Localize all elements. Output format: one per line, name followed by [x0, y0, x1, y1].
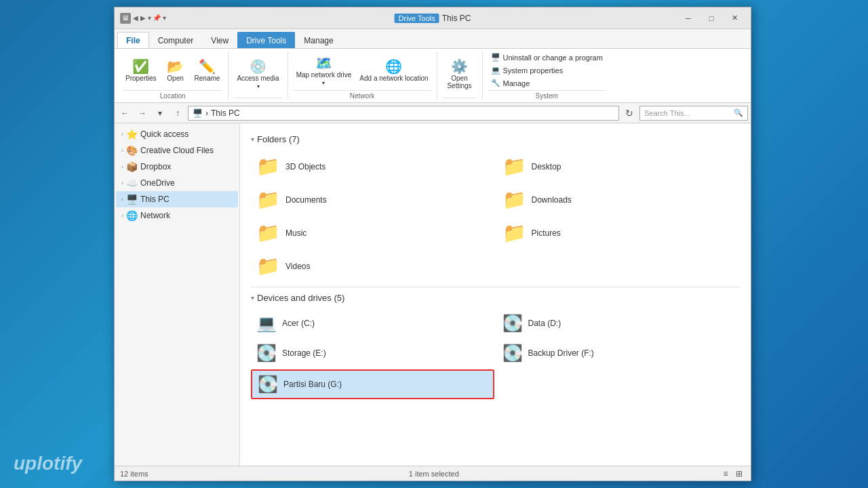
map-network-drive-button[interactable]: 🗺️ Map network drive ▾	[294, 55, 355, 87]
search-icon: 🔍	[734, 108, 743, 117]
settings-group-label	[443, 98, 477, 100]
back-button[interactable]: ←	[117, 106, 132, 121]
properties-label: Properties	[125, 75, 157, 82]
rename-button[interactable]: ✏️ Rename	[192, 58, 223, 83]
folder-pictures-label: Pictures	[532, 228, 561, 238]
selection-info: 1 item selected	[409, 470, 459, 478]
chevron-right-icon-2: ›	[121, 147, 123, 154]
manage-icon: 🔧	[491, 79, 500, 87]
address-path[interactable]: 🖥️ › This PC	[188, 106, 619, 121]
folder-pictures[interactable]: 📁 Pictures	[497, 218, 741, 248]
drive-backup-label: Backup Driver (F:)	[528, 348, 594, 358]
access-media-dropdown-icon: ▾	[257, 83, 260, 89]
folders-section-header[interactable]: ▾ Folders (7)	[251, 134, 740, 144]
folder-3d-icon: 📁	[256, 155, 280, 178]
open-settings-button[interactable]: ⚙️ Open Settings	[443, 58, 477, 91]
tab-file[interactable]: File	[117, 32, 149, 48]
sidebar-item-onedrive[interactable]: › ☁️ OneDrive	[116, 175, 238, 191]
folder-documents-label: Documents	[285, 195, 327, 205]
this-pc-icon: 🖥️	[126, 194, 138, 205]
sidebar-item-quick-access[interactable]: › ⭐ Quick access	[116, 126, 238, 142]
path-text: This PC	[211, 108, 240, 118]
network-label: Network	[140, 211, 170, 220]
access-media-label: Access media	[237, 75, 279, 82]
tab-manage[interactable]: Manage	[295, 32, 342, 48]
tab-computer[interactable]: Computer	[149, 32, 203, 48]
sidebar: › ⭐ Quick access › 🎨 Creative Cloud File…	[115, 123, 240, 466]
folder-desktop[interactable]: 📁 Desktop	[497, 151, 741, 182]
search-placeholder-text: Search This...	[644, 109, 690, 117]
ribbon-group-location: ✅ Properties 📂 Open ✏️ Rename Location	[117, 52, 229, 100]
up-button[interactable]: ↑	[170, 106, 185, 121]
folder-music-icon: 📁	[256, 222, 280, 244]
access-media-icon: 💿	[250, 60, 267, 73]
access-media-group-label	[234, 98, 281, 100]
drive-backup-f[interactable]: 💽 Backup Driver (F:)	[497, 340, 741, 367]
folder-videos-label: Videos	[285, 262, 310, 271]
manage-button[interactable]: 🔧 Manage	[488, 77, 533, 89]
network-items: 🗺️ Map network drive ▾ 🌐 Add a network l…	[294, 52, 431, 90]
add-network-location-button[interactable]: 🌐 Add a network location	[357, 58, 431, 83]
quick-access-label: Quick access	[140, 129, 189, 139]
large-icons-view-button[interactable]: ⊞	[733, 468, 745, 480]
chevron-right-icon-4: ›	[121, 180, 123, 186]
folder-documents[interactable]: 📁 Documents	[251, 184, 494, 215]
uninstall-label: Uninstall or change a program	[503, 54, 603, 62]
folder-music[interactable]: 📁 Music	[251, 218, 494, 248]
maximize-button[interactable]: □	[701, 12, 722, 25]
address-bar: ← → ▾ ↑ 🖥️ › This PC ↻ Search This... 🔍	[115, 103, 751, 123]
sidebar-item-network[interactable]: › 🌐 Network	[116, 207, 238, 224]
sidebar-item-creative-cloud[interactable]: › 🎨 Creative Cloud Files	[116, 142, 238, 159]
search-box[interactable]: Search This... 🔍	[639, 106, 748, 121]
folder-videos[interactable]: 📁 Videos	[251, 251, 494, 281]
folder-desktop-label: Desktop	[532, 162, 561, 171]
uninstall-button[interactable]: 🖥️ Uninstall or change a program	[488, 52, 606, 63]
system-group-label: System	[488, 90, 606, 100]
drive-data-d[interactable]: 💽 Data (D:)	[497, 310, 741, 337]
chevron-right-icon: ›	[121, 131, 123, 138]
folders-chevron-icon: ▾	[251, 136, 254, 143]
minimize-button[interactable]: ─	[677, 12, 699, 25]
devices-section-header[interactable]: ▾ Devices and drives (5)	[251, 293, 740, 303]
drive-storage-e[interactable]: 💽 Storage (E:)	[251, 340, 494, 367]
dropbox-label: Dropbox	[140, 162, 171, 171]
content-area: ▾ Folders (7) 📁 3D Objects 📁 Desktop 📁 D…	[240, 123, 751, 466]
section-divider	[251, 287, 740, 287]
access-media-items: 💿 Access media ▾	[234, 52, 281, 98]
tab-drive-tools[interactable]: Drive Tools	[237, 32, 295, 48]
drive-partisi-g[interactable]: 💽 Partisi Baru (G:)	[251, 369, 494, 399]
forward-button[interactable]: →	[135, 106, 150, 121]
drive-storage-icon: 💽	[256, 344, 277, 363]
creative-cloud-label: Creative Cloud Files	[140, 146, 214, 155]
manage-label: Manage	[503, 79, 530, 87]
refresh-button[interactable]: ↻	[622, 106, 637, 121]
rename-icon: ✏️	[199, 60, 216, 73]
drive-acer-c[interactable]: 💻 Acer (C:)	[251, 310, 494, 337]
title-bar-title: Drive Tools This PC	[395, 14, 471, 23]
folder-3d-objects[interactable]: 📁 3D Objects	[251, 151, 494, 182]
quick-access-icon: ⭐	[126, 129, 138, 140]
map-drive-icon: 🗺️	[315, 56, 332, 70]
map-drive-label: Map network drive	[296, 71, 352, 79]
title-bar-icons: 🖥 ◀ ▶ ▾ 📌 ▾	[120, 13, 166, 24]
recent-locations-button[interactable]: ▾	[153, 106, 167, 121]
onedrive-icon: ☁️	[126, 178, 138, 188]
sidebar-item-dropbox[interactable]: › 📦 Dropbox	[116, 159, 238, 175]
view-icons: ≡ ⊞	[719, 468, 745, 480]
close-button[interactable]: ✕	[724, 12, 745, 25]
tab-view[interactable]: View	[202, 32, 237, 48]
open-button[interactable]: 📂 Open	[162, 58, 189, 83]
uninstall-icon: 🖥️	[491, 53, 500, 62]
open-icon: 📂	[167, 60, 184, 73]
properties-button[interactable]: ✅ Properties	[123, 58, 159, 83]
folder-downloads[interactable]: 📁 Downloads	[497, 184, 741, 215]
folder-pictures-icon: 📁	[502, 222, 526, 244]
details-view-button[interactable]: ≡	[719, 468, 732, 480]
ribbon: File Computer View Drive Tools Manage ✅ …	[115, 29, 751, 103]
folder-videos-icon: 📁	[256, 255, 280, 277]
creative-cloud-icon: 🎨	[126, 145, 138, 156]
devices-header-text: Devices and drives (5)	[257, 293, 344, 303]
sidebar-item-this-pc[interactable]: › 🖥️ This PC	[116, 191, 238, 207]
system-properties-button[interactable]: 💻 System properties	[488, 64, 566, 76]
access-media-button[interactable]: 💿 Access media ▾	[234, 58, 281, 91]
